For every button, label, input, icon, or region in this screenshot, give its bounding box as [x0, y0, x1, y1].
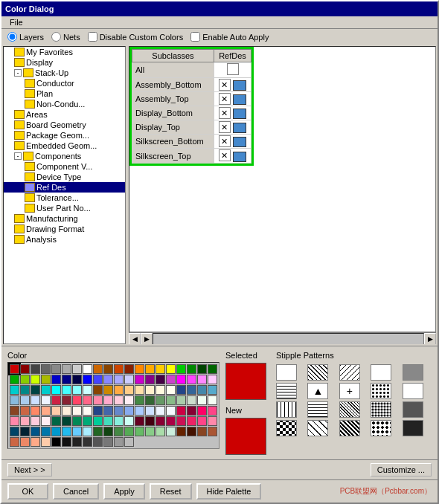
color-swatch-56[interactable] — [176, 385, 186, 395]
color-swatch-147[interactable] — [83, 437, 92, 447]
scroll-track[interactable] — [153, 333, 424, 345]
color-swatch-77[interactable] — [187, 395, 196, 405]
hide-palette-button[interactable]: Hide Palette — [196, 483, 262, 500]
color-swatch-83[interactable] — [41, 406, 51, 416]
color-swatch-110[interactable] — [114, 416, 124, 426]
customize-button[interactable]: Customize ... — [371, 463, 432, 476]
color-swatch-118[interactable] — [197, 416, 207, 426]
color-swatch-4[interactable] — [51, 364, 61, 374]
color-swatch-2[interactable] — [31, 364, 40, 374]
cancel-button[interactable]: Cancel — [53, 483, 99, 500]
color-swatch-67[interactable] — [83, 395, 92, 405]
reset-button[interactable]: Reset — [150, 483, 192, 500]
color-swatch-104[interactable] — [51, 416, 61, 426]
color-swatch-48[interactable] — [93, 385, 103, 395]
color-swatch-39[interactable] — [208, 375, 217, 384]
color-swatch-93[interactable] — [145, 406, 155, 416]
color-swatch-132[interactable] — [135, 427, 144, 436]
scroll-left-btn[interactable]: ◀ — [129, 333, 141, 345]
color-swatch-97[interactable] — [187, 406, 196, 416]
color-swatch-98[interactable] — [197, 406, 207, 416]
checkbox-silkscreen-bottom[interactable]: ✕ — [219, 135, 231, 147]
color-swatch-145[interactable] — [62, 437, 71, 447]
expand-icon[interactable]: - — [14, 69, 22, 77]
color-swatch-58[interactable] — [197, 385, 207, 395]
tree-item-analysis[interactable]: Analysis — [4, 234, 125, 245]
color-swatch-61[interactable] — [20, 395, 30, 405]
color-swatch-150[interactable] — [114, 437, 124, 447]
color-swatch-31[interactable] — [124, 375, 134, 384]
color-swatch-95[interactable] — [166, 406, 176, 416]
color-swatch-123[interactable] — [41, 427, 51, 436]
color-swatch-34[interactable] — [156, 375, 165, 384]
color-swatch-29[interactable] — [103, 375, 113, 384]
stipple-blank[interactable] — [276, 364, 297, 381]
enable-auto-apply-check[interactable]: Enable Auto Apply — [190, 32, 269, 42]
color-swatch-87[interactable] — [83, 406, 92, 416]
color-swatch-11[interactable] — [124, 364, 134, 374]
color-swatch-130[interactable] — [114, 427, 124, 436]
color-swatch-50[interactable] — [114, 385, 124, 395]
color-swatch-148[interactable] — [93, 437, 103, 447]
color-swatch-144[interactable] — [51, 437, 61, 447]
color-swatch-14[interactable] — [156, 364, 165, 374]
color-swatch-92[interactable] — [135, 406, 144, 416]
tree-item-ref-des[interactable]: Ref Des — [4, 182, 125, 193]
color-swatch-134[interactable] — [156, 427, 165, 436]
layers-radio[interactable]: Layers — [7, 32, 44, 42]
color-swatch-121[interactable] — [20, 427, 30, 436]
color-swatch-101[interactable] — [20, 416, 30, 426]
color-swatch-109[interactable] — [103, 416, 113, 426]
cell-assembly-bottom[interactable]: ✕ — [214, 78, 251, 92]
color-swatch-59[interactable] — [208, 385, 217, 395]
color-swatch-136[interactable] — [176, 427, 186, 436]
color-swatch-28[interactable] — [93, 375, 103, 384]
color-swatch-108[interactable] — [93, 416, 103, 426]
color-swatch-5[interactable] — [62, 364, 71, 374]
color-swatch-69[interactable] — [103, 395, 113, 405]
table-area[interactable]: Subclasses RefDes All — [129, 46, 436, 332]
stipple-lines-v[interactable] — [276, 383, 297, 399]
stipple-dot2[interactable] — [371, 383, 391, 399]
color-swatch-86[interactable] — [72, 406, 82, 416]
color-swatch-60[interactable] — [10, 395, 19, 405]
color-swatch-96[interactable] — [176, 406, 186, 416]
next-button[interactable]: Next > > — [7, 463, 52, 476]
checkbox-assembly-bottom[interactable]: ✕ — [219, 79, 231, 91]
color-swatch-53[interactable] — [145, 385, 155, 395]
color-swatch-84[interactable] — [51, 406, 61, 416]
tree-item-manufacturing[interactable]: Manufacturing — [4, 213, 125, 224]
color-swatch-94[interactable] — [156, 406, 165, 416]
color-swatch-1[interactable] — [20, 364, 30, 374]
color-swatch-116[interactable] — [176, 416, 186, 426]
stipple-empty[interactable] — [371, 364, 391, 381]
cell-display-top[interactable]: ✕ — [214, 120, 251, 135]
color-swatch-47[interactable] — [83, 385, 92, 395]
color-swatch-111[interactable] — [124, 416, 134, 426]
tree-item-device-type[interactable]: Device Type — [4, 172, 125, 182]
color-swatch-126[interactable] — [72, 427, 82, 436]
color-swatch-129[interactable] — [103, 427, 113, 436]
cell-all[interactable] — [214, 62, 251, 78]
color-swatch-142[interactable] — [31, 437, 40, 447]
color-swatch-127[interactable] — [83, 427, 92, 436]
color-swatch-149[interactable] — [103, 437, 113, 447]
color-swatch-44[interactable] — [51, 385, 61, 395]
color-swatch-19[interactable] — [208, 364, 217, 374]
checkbox-all[interactable] — [227, 63, 239, 75]
selected-swatch[interactable] — [225, 363, 266, 400]
color-swatch-68[interactable] — [93, 395, 103, 405]
tree-item-drawing-format[interactable]: Drawing Format — [4, 224, 125, 234]
color-swatch-55[interactable] — [166, 385, 176, 395]
apply-button[interactable]: Apply — [103, 483, 145, 500]
color-swatch-141[interactable] — [20, 437, 30, 447]
stipple-dots-3[interactable] — [371, 401, 391, 418]
stipple-dots-4[interactable] — [371, 420, 391, 436]
color-swatch-41[interactable] — [20, 385, 30, 395]
color-swatch-113[interactable] — [145, 416, 155, 426]
disable-custom-colors-check[interactable]: Disable Custom Colors — [88, 32, 183, 42]
scroll-right-btn[interactable]: ▶ — [141, 333, 153, 345]
color-swatch-8[interactable] — [93, 364, 103, 374]
color-swatch-85[interactable] — [62, 406, 71, 416]
color-swatch-12[interactable] — [135, 364, 144, 374]
